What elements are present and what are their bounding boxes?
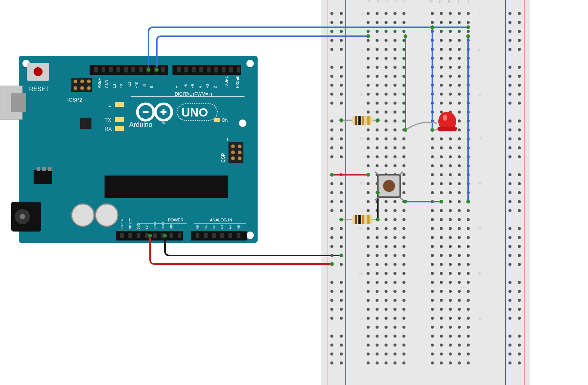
svg-point-262 <box>376 102 379 105</box>
svg-point-344 <box>385 155 388 158</box>
svg-point-151 <box>518 30 521 33</box>
svg-rect-47 <box>207 67 211 72</box>
svg-point-448 <box>385 227 388 230</box>
svg-point-223 <box>449 75 452 78</box>
svg-point-679 <box>366 34 370 38</box>
svg-point-404 <box>508 200 511 203</box>
svg-point-436 <box>393 218 396 221</box>
svg-point-631 <box>518 353 521 355</box>
svg-point-622 <box>385 344 388 347</box>
svg-point-363 <box>518 173 521 176</box>
svg-point-331 <box>449 146 452 149</box>
svg-point-318 <box>393 137 396 140</box>
svg-rect-102 <box>220 233 224 238</box>
svg-point-510 <box>367 272 370 275</box>
svg-point-172 <box>393 39 396 42</box>
svg-text:VIN: VIN <box>169 224 173 229</box>
dc-jack-pin <box>20 214 25 219</box>
svg-point-684 <box>404 128 407 132</box>
svg-point-668 <box>443 115 447 121</box>
svg-point-266 <box>393 102 396 105</box>
svg-point-575 <box>467 308 470 311</box>
svg-point-316 <box>385 137 388 140</box>
svg-point-588 <box>402 317 405 320</box>
svg-point-295 <box>340 128 343 131</box>
svg-point-549 <box>340 299 343 302</box>
svg-point-312 <box>367 137 370 140</box>
svg-point-535 <box>340 290 343 293</box>
svg-point-554 <box>376 299 379 302</box>
svg-point-176 <box>330 48 333 51</box>
circuit-diagram: A B C D E F G H I J 1 5 10 15 20 25 30 3… <box>0 0 588 385</box>
svg-text:H: H <box>448 0 451 4</box>
svg-point-564 <box>508 308 511 311</box>
svg-rect-99 <box>196 233 199 238</box>
svg-point-678 <box>163 234 167 237</box>
svg-point-245 <box>518 93 521 96</box>
svg-point-650 <box>385 361 388 364</box>
pwm-label: DIGITAL (PWM=~) <box>175 91 212 97</box>
svg-point-152 <box>367 30 370 33</box>
svg-point-481 <box>467 245 470 248</box>
reset-button-cap[interactable] <box>34 67 43 76</box>
svg-point-626 <box>402 344 405 347</box>
svg-point-465 <box>458 236 461 239</box>
icsp-label: ICSP <box>221 153 226 164</box>
svg-rect-100 <box>204 233 208 238</box>
svg-point-459 <box>431 236 434 239</box>
svg-rect-97 <box>169 233 173 238</box>
svg-point-319 <box>458 137 461 140</box>
svg-text:J: J <box>467 0 469 4</box>
svg-point-309 <box>340 137 343 140</box>
svg-point-184 <box>385 48 388 51</box>
svg-point-653 <box>458 361 461 364</box>
svg-point-617 <box>518 344 521 347</box>
svg-point-557 <box>449 299 452 302</box>
svg-point-248 <box>376 93 379 96</box>
svg-point-519 <box>467 272 470 275</box>
svg-point-239 <box>458 84 461 87</box>
pushbutton[interactable] <box>375 172 403 200</box>
svg-point-244 <box>508 93 511 96</box>
svg-point-201 <box>340 66 343 69</box>
breadboard-body <box>321 0 530 385</box>
svg-point-562 <box>330 308 333 311</box>
svg-point-192 <box>376 57 379 60</box>
svg-point-547 <box>467 290 470 293</box>
svg-point-210 <box>393 66 396 69</box>
svg-point-145 <box>458 21 461 24</box>
arduino-name: Arduino <box>129 121 152 128</box>
svg-text:~5: ~5 <box>191 84 195 88</box>
svg-point-177 <box>340 48 343 51</box>
svg-point-532 <box>402 281 405 284</box>
svg-point-529 <box>449 281 452 284</box>
svg-point-581 <box>431 317 434 320</box>
svg-point-603 <box>518 335 521 338</box>
svg-point-298 <box>367 128 370 131</box>
svg-point-602 <box>508 335 511 338</box>
svg-rect-104 <box>237 233 240 238</box>
svg-point-440 <box>330 227 333 230</box>
svg-point-632 <box>367 353 370 355</box>
svg-point-458 <box>367 236 370 239</box>
svg-point-294 <box>330 128 333 131</box>
svg-point-358 <box>402 164 405 167</box>
svg-point-264 <box>385 102 388 105</box>
svg-point-498 <box>508 263 511 266</box>
svg-point-206 <box>376 66 379 69</box>
svg-point-263 <box>440 102 443 105</box>
svg-point-683 <box>466 34 470 38</box>
svg-point-515 <box>449 272 452 275</box>
svg-point-143 <box>449 21 452 24</box>
svg-point-251 <box>449 93 452 96</box>
svg-text:~9: ~9 <box>142 84 146 88</box>
svg-text:30: 30 <box>359 271 364 276</box>
svg-point-138 <box>367 21 370 24</box>
svg-point-377 <box>518 182 521 185</box>
svg-point-579 <box>518 317 521 320</box>
svg-point-482 <box>330 254 333 257</box>
svg-point-472 <box>367 245 370 248</box>
svg-point-565 <box>518 308 521 311</box>
svg-point-304 <box>393 128 396 131</box>
svg-point-242 <box>330 93 333 96</box>
